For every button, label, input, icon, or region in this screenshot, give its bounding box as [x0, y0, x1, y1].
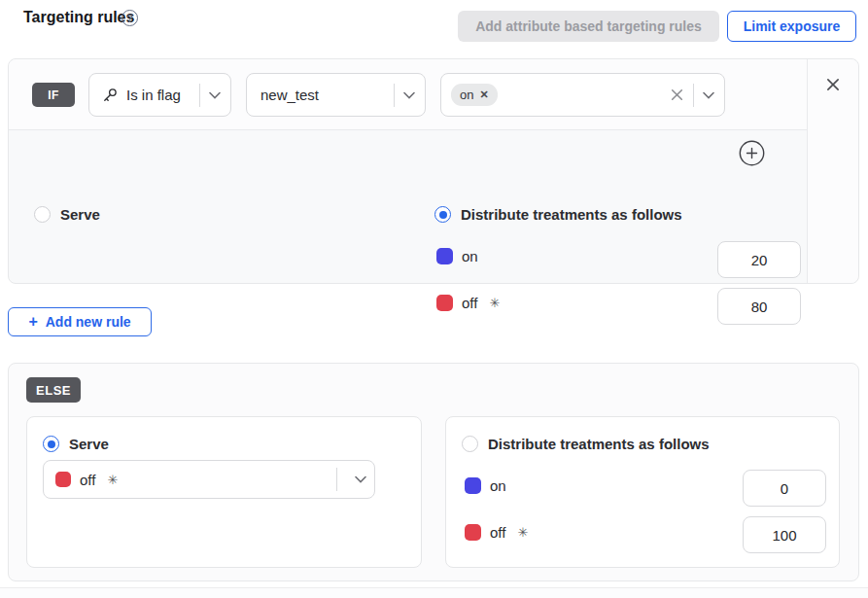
- page-title: Targeting rules: [23, 9, 134, 26]
- else-serve-treatment-select[interactable]: off ✳: [43, 460, 375, 499]
- default-treatment-marker: ✳: [489, 296, 500, 310]
- chip-remove-icon[interactable]: ✕: [479, 88, 488, 101]
- treatment-color-swatch: [436, 248, 453, 264]
- treatment-color-swatch: [55, 472, 71, 487]
- chevron-down-icon: [209, 91, 221, 99]
- treatment-color-swatch: [436, 295, 453, 311]
- divider: [199, 84, 200, 107]
- add-condition-button[interactable]: [739, 140, 765, 166]
- section-divider: [0, 587, 868, 598]
- add-new-rule-label: Add new rule: [46, 314, 131, 330]
- delete-rule-icon[interactable]: [824, 76, 842, 93]
- flag-key-icon: [101, 87, 119, 104]
- rule-main: IF Is in flag new_test: [9, 59, 807, 283]
- treatment-chip: on ✕: [451, 84, 498, 106]
- treatment-row: off ✳: [436, 295, 500, 311]
- divider: [394, 84, 395, 107]
- else-distribute-option[interactable]: Distribute treatments as follows: [462, 436, 710, 452]
- chevron-down-icon: [355, 475, 366, 483]
- treatment-name: on: [462, 248, 478, 264]
- help-icon[interactable]: ?: [122, 10, 138, 26]
- add-attribute-rules-button[interactable]: Add attribute based targeting rules: [458, 11, 719, 42]
- else-serve-option[interactable]: Serve: [43, 436, 109, 452]
- matcher-select[interactable]: Is in flag: [88, 73, 231, 117]
- flag-select[interactable]: new_test: [246, 73, 426, 117]
- distribute-radio[interactable]: [434, 206, 451, 223]
- treatment-percentage-input[interactable]: [743, 516, 826, 553]
- else-distribute-radio[interactable]: [462, 436, 478, 452]
- else-card: ELSE Serve off ✳ Distribute treatments a…: [8, 363, 859, 581]
- matcher-select-value: Is in flag: [126, 87, 181, 103]
- default-treatment-marker: ✳: [517, 525, 528, 540]
- if-badge: IF: [32, 83, 75, 107]
- else-serve-radio[interactable]: [43, 436, 59, 452]
- rule-side-column: [807, 59, 858, 283]
- serve-option-label: Serve: [60, 206, 100, 223]
- treatment-color-swatch: [465, 524, 481, 541]
- add-new-rule-button[interactable]: + Add new rule: [8, 307, 152, 336]
- treatment-name: on: [490, 477, 506, 494]
- treatment-color-swatch: [465, 477, 481, 494]
- limit-exposure-button[interactable]: Limit exposure: [727, 11, 856, 42]
- else-badge: ELSE: [26, 377, 81, 403]
- serve-option[interactable]: Serve: [34, 206, 100, 223]
- else-distribute-option-label: Distribute treatments as follows: [488, 436, 710, 452]
- targeting-rules-panel: Targeting rules ? Add attribute based ta…: [0, 0, 868, 598]
- else-serve-option-label: Serve: [69, 436, 109, 452]
- treatment-name: off: [462, 295, 477, 311]
- else-distribute-card: Distribute treatments as follows on off …: [445, 416, 840, 568]
- default-treatment-marker: ✳: [107, 473, 118, 487]
- treatment-name: off: [80, 472, 95, 488]
- flag-select-value: new_test: [260, 87, 319, 103]
- serve-radio[interactable]: [34, 206, 51, 223]
- distribute-option[interactable]: Distribute treatments as follows: [434, 206, 682, 223]
- chevron-down-icon: [403, 91, 415, 99]
- else-serve-card: Serve off ✳: [26, 416, 422, 568]
- treatment-percentage-input[interactable]: [717, 288, 801, 325]
- rule-card: IF Is in flag new_test: [8, 58, 859, 284]
- clear-selection-icon[interactable]: [670, 88, 684, 102]
- treatment-percentage-input[interactable]: [717, 241, 801, 278]
- divider: [693, 84, 694, 107]
- chevron-down-icon: [703, 91, 714, 99]
- plus-icon: +: [28, 313, 37, 331]
- distribute-option-label: Distribute treatments as follows: [461, 206, 682, 223]
- divider: [336, 468, 337, 491]
- treatment-chip-label: on: [460, 88, 473, 102]
- treatment-percentage-input[interactable]: [743, 470, 826, 507]
- treatment-name: off: [490, 524, 505, 541]
- treatment-row: on: [436, 248, 490, 264]
- treatment-row: off ✳: [465, 524, 528, 541]
- treatment-row: on: [465, 477, 518, 494]
- treatment-multiselect[interactable]: on ✕: [440, 73, 725, 117]
